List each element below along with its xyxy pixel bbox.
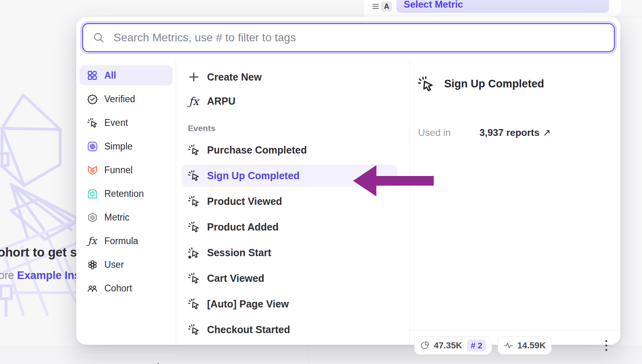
pie-chart-icon [420, 341, 430, 350]
metric-picker-dialog: All Verified Event [76, 17, 620, 345]
event-icon [188, 272, 200, 284]
sidebar-footer-divider [76, 355, 176, 355]
sidebar-item-retention[interactable]: Retention [79, 184, 173, 204]
metric-hexagon-icon [87, 212, 98, 223]
verified-badge-icon [87, 93, 98, 105]
sidebar-item-label: Funnel [104, 165, 132, 176]
used-in-label: Used in [418, 127, 479, 138]
search-focus-ring [80, 21, 617, 54]
used-in-reports-link[interactable]: 3,937 reports [479, 127, 539, 138]
total-count-value: 47.35K [434, 340, 462, 351]
activity-count-value: 14.59K [517, 340, 546, 351]
search-box[interactable] [82, 23, 615, 52]
select-metric-field[interactable]: Select Metric [396, 0, 609, 13]
list-item-product-added[interactable]: Product Added [182, 216, 397, 238]
metric-row-card: A Select Metric [363, 0, 621, 17]
select-metric-label: Select Metric [404, 0, 463, 10]
create-new-label: Create New [207, 71, 262, 83]
sidebar-item-cohort[interactable]: Cohort [79, 278, 173, 298]
event-icon [417, 75, 434, 92]
kebab-icon [605, 339, 608, 352]
list-item-product-viewed[interactable]: Product Viewed [182, 190, 397, 212]
category-sidebar: All Verified Event [76, 60, 176, 345]
metric-list: Create New ƒx ARPU Events Purchase Compl… [176, 60, 409, 345]
pulse-icon [504, 341, 513, 350]
sidebar-item-event[interactable]: Event [79, 113, 173, 133]
drag-handle-icon[interactable] [372, 4, 379, 9]
list-item-auto-page-view[interactable]: [Auto] Page View [182, 293, 397, 315]
background-link-prefix: ore [0, 269, 14, 281]
sidebar-item-label: Metric [104, 212, 130, 223]
sidebar-item-formula[interactable]: ƒx Formula [79, 231, 173, 251]
list-item-purchase-completed[interactable]: Purchase Completed [182, 139, 397, 161]
background-panel-border [308, 346, 309, 364]
example-insights-link[interactable]: Example Ins [17, 269, 81, 281]
sidebar-item-label: Verified [104, 94, 135, 105]
rank-badge: # 2 [467, 340, 486, 352]
cohort-people-icon [87, 283, 98, 294]
background-link-line: ore Example Ins [0, 269, 80, 282]
sidebar-item-label: Simple [104, 141, 132, 152]
background-wireframe-illustration [0, 90, 76, 317]
user-cluster-icon [87, 259, 98, 270]
event-star-icon [188, 247, 200, 259]
grid-icon [87, 70, 98, 81]
formula-fx-icon: ƒx [188, 95, 200, 107]
sidebar-item-label: Cohort [104, 283, 132, 294]
search-icon [93, 32, 105, 44]
external-arrow-icon: ↗ [542, 127, 551, 138]
simple-metric-icon [87, 141, 98, 152]
activity-count-pill[interactable]: 14.59K [498, 336, 552, 355]
event-icon [188, 144, 200, 156]
search-input[interactable] [113, 31, 614, 44]
create-new-button[interactable]: Create New [176, 67, 409, 87]
event-icon [188, 195, 200, 207]
sidebar-item-label: Formula [104, 236, 138, 247]
sidebar-item-funnel[interactable]: Funnel [79, 160, 173, 180]
retention-icon [87, 188, 98, 199]
more-options-button[interactable] [600, 338, 612, 353]
events-section-header: Events [176, 111, 409, 135]
sidebar-item-metric[interactable]: Metric [79, 207, 173, 227]
sidebar-item-label: Event [104, 117, 128, 128]
plus-icon [188, 71, 200, 83]
funnel-icon [87, 164, 98, 176]
arpu-label: ARPU [207, 95, 236, 107]
sidebar-item-label: User [104, 259, 124, 270]
total-count-pill[interactable]: 47.35K # 2 [414, 336, 492, 355]
event-icon [188, 298, 200, 310]
list-item-session-start[interactable]: Session Start [182, 241, 397, 264]
sidebar-item-label: All [104, 70, 116, 81]
sidebar-item-all[interactable]: All [79, 65, 173, 85]
event-icon [188, 170, 200, 182]
detail-footer-divider [409, 330, 620, 331]
collapse-sidebar-button[interactable] [153, 360, 169, 364]
metric-detail-panel: Sign Up Completed Used in 3,937 reports … [409, 60, 620, 345]
list-item-checkout-started[interactable]: Checkout Started [182, 318, 397, 341]
sidebar-item-simple[interactable]: Simple [79, 136, 173, 156]
event-icon [188, 324, 200, 336]
list-item-arpu[interactable]: ƒx ARPU [176, 91, 409, 111]
background-headline-fragment: ohort to get s [0, 245, 77, 260]
collapse-left-icon [155, 361, 167, 364]
list-item-sign-up-completed[interactable]: Sign Up Completed [182, 164, 397, 187]
sidebar-item-label: Retention [104, 188, 144, 199]
sidebar-item-verified[interactable]: Verified [79, 89, 173, 109]
detail-title: Sign Up Completed [444, 78, 544, 90]
sidebar-item-user[interactable]: User [79, 255, 173, 275]
event-icon [188, 221, 200, 233]
list-item-cart-viewed[interactable]: Cart Viewed [182, 267, 397, 289]
metric-letter-badge: A [381, 1, 392, 12]
formula-fx-icon: ƒx [87, 235, 98, 247]
event-icon [87, 117, 98, 128]
